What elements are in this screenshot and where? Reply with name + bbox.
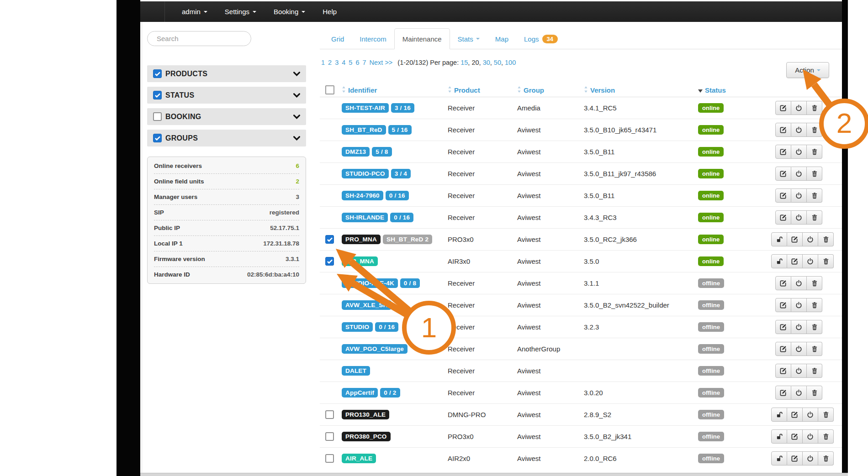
filter-section-status[interactable]: STATUS	[147, 87, 306, 104]
identifier-badge[interactable]: AVW_XLE_SH	[342, 300, 392, 310]
edit-button[interactable]	[787, 232, 803, 246]
row-checkbox[interactable]	[325, 432, 334, 441]
edit-button[interactable]	[787, 254, 803, 268]
power-button[interactable]	[791, 167, 807, 181]
delete-button[interactable]	[807, 276, 822, 290]
tab-map[interactable]: Map	[487, 28, 516, 49]
edit-button[interactable]	[787, 429, 803, 444]
chevron-down-icon[interactable]	[293, 136, 300, 141]
identifier-badge[interactable]: AppCertif	[342, 388, 378, 398]
delete-button[interactable]	[807, 386, 822, 400]
power-button[interactable]	[791, 342, 807, 356]
edit-button[interactable]	[775, 123, 791, 137]
edit-button[interactable]	[775, 320, 791, 334]
power-button[interactable]	[791, 364, 807, 378]
next-page-link[interactable]: Next >>	[370, 59, 393, 66]
identifier-badge[interactable]: DALET	[342, 366, 370, 376]
edit-button[interactable]	[787, 408, 803, 422]
edit-button[interactable]	[775, 101, 791, 115]
delete-button[interactable]	[818, 429, 834, 444]
page-link-7[interactable]: 7	[362, 59, 366, 66]
header-group-sort[interactable]: Group	[517, 86, 584, 94]
row-checkbox[interactable]	[325, 235, 334, 244]
tab-maintenance[interactable]: Maintenance	[394, 28, 450, 49]
power-button[interactable]	[791, 145, 807, 159]
header-version-sort[interactable]: Version	[584, 86, 698, 94]
identifier-badge[interactable]: PRO_MNA	[342, 235, 381, 244]
per-page-option-50[interactable]: 50	[494, 59, 501, 66]
tab-intercom[interactable]: Intercom	[352, 28, 394, 49]
power-button[interactable]	[791, 320, 807, 334]
power-button[interactable]	[791, 276, 807, 290]
nav-item-help[interactable]: Help	[314, 1, 345, 22]
identifier-badge[interactable]: STUDIO-PCO	[342, 169, 389, 178]
unlock-button[interactable]	[771, 232, 787, 246]
edit-button[interactable]	[787, 451, 803, 466]
header-product-sort[interactable]: Product	[448, 86, 517, 94]
page-link-5[interactable]: 5	[349, 59, 352, 66]
delete-button[interactable]	[807, 320, 822, 334]
per-page-option-15[interactable]: 15	[460, 59, 468, 66]
per-page-option-100[interactable]: 100	[505, 59, 516, 66]
delete-button[interactable]	[807, 123, 822, 137]
identifier-badge[interactable]: DMZ13	[342, 147, 370, 157]
filter-section-groups[interactable]: GROUPS	[147, 130, 306, 146]
row-checkbox[interactable]	[325, 454, 334, 463]
page-link-4[interactable]: 4	[342, 59, 345, 66]
edit-button[interactable]	[775, 276, 791, 290]
page-link-2[interactable]: 2	[328, 59, 332, 66]
nav-item-settings[interactable]: Settings	[216, 1, 265, 22]
delete-button[interactable]	[818, 408, 834, 422]
page-link-1[interactable]: 1	[321, 59, 325, 66]
identifier-badge[interactable]: STUDIO-ALE-4K	[342, 278, 398, 288]
edit-button[interactable]	[775, 145, 791, 159]
identifier-badge[interactable]: AIR_MNA	[342, 256, 378, 266]
unlock-button[interactable]	[771, 451, 787, 466]
unlock-button[interactable]	[771, 429, 787, 444]
select-all-checkbox[interactable]	[325, 85, 334, 94]
power-button[interactable]	[791, 188, 807, 203]
header-status-sort[interactable]: Status	[698, 86, 771, 94]
unlock-button[interactable]	[771, 254, 787, 268]
power-button[interactable]	[791, 386, 807, 400]
identifier-badge[interactable]: AVW_PGO_C5large	[342, 344, 408, 354]
delete-button[interactable]	[807, 298, 822, 312]
power-button[interactable]	[803, 451, 818, 466]
tab-logs[interactable]: Logs34	[516, 28, 566, 49]
identifier-badge[interactable]: STUDIO	[342, 322, 373, 332]
chevron-down-icon[interactable]	[293, 72, 300, 76]
chevron-down-icon[interactable]	[293, 93, 300, 98]
identifier-badge[interactable]: PRO130_ALE	[342, 410, 389, 419]
edit-button[interactable]	[775, 298, 791, 312]
delete-button[interactable]	[818, 254, 834, 268]
nav-item-booking[interactable]: Booking	[265, 1, 314, 22]
delete-button[interactable]	[818, 451, 834, 466]
unlock-button[interactable]	[771, 408, 787, 422]
edit-button[interactable]	[775, 342, 791, 356]
action-button[interactable]: Action	[786, 62, 829, 78]
filter-section-products[interactable]: PRODUCTS	[147, 65, 306, 82]
power-button[interactable]	[791, 101, 807, 115]
delete-button[interactable]	[818, 232, 834, 246]
delete-button[interactable]	[807, 210, 822, 225]
horizontal-scrollbar[interactable]	[140, 473, 848, 476]
row-checkbox[interactable]	[325, 410, 334, 419]
filter-checkbox-products[interactable]	[153, 69, 162, 78]
edit-button[interactable]	[775, 386, 791, 400]
delete-button[interactable]	[807, 145, 822, 159]
chevron-down-icon[interactable]	[293, 115, 300, 119]
row-checkbox[interactable]	[325, 257, 334, 266]
page-link-3[interactable]: 3	[335, 59, 339, 66]
delete-button[interactable]	[807, 101, 822, 115]
power-button[interactable]	[791, 298, 807, 312]
edit-button[interactable]	[775, 188, 791, 203]
filter-section-booking[interactable]: BOOKING	[147, 108, 306, 125]
power-button[interactable]	[791, 210, 807, 225]
nav-item-admin[interactable]: admin	[173, 1, 216, 22]
power-button[interactable]	[803, 232, 818, 246]
delete-button[interactable]	[807, 167, 822, 181]
header-identifier-sort[interactable]: Identifier	[342, 86, 448, 94]
identifier-badge[interactable]: SH-TEST-AIR	[342, 103, 389, 113]
identifier-badge[interactable]: SH_BT_ReD	[342, 125, 386, 135]
identifier-badge[interactable]: PRO380_PCO	[342, 432, 391, 441]
